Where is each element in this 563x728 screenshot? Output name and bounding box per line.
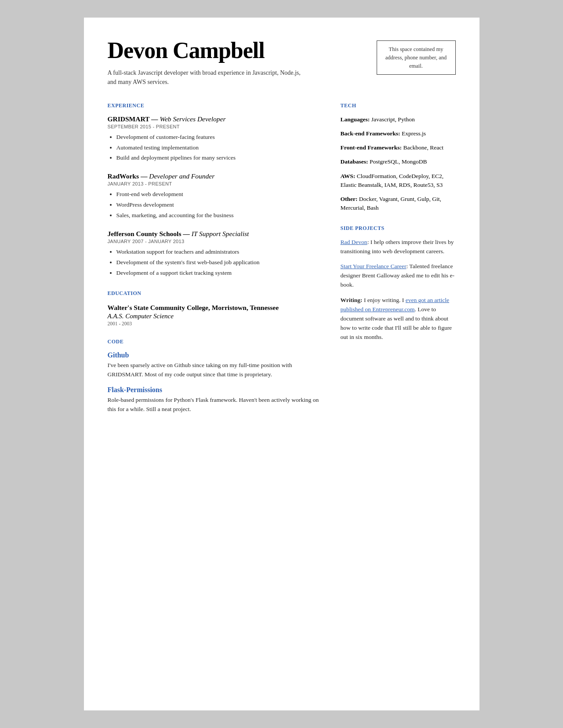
job-jefferson-bullets: Workstation support for teachers and adm… (116, 248, 323, 278)
job-jefferson-dates: JANUARY 2007 - JANUARY 2013 (108, 239, 323, 244)
github-link[interactable]: Github (108, 351, 323, 359)
bullet: Build and deployment pipelines for many … (116, 153, 323, 163)
side-projects-title: SIDE PROJECTS (341, 225, 456, 232)
code-section: CODE Github I've been sparsely active on… (108, 339, 323, 415)
github-desc: I've been sparsely active on Github sinc… (108, 361, 323, 379)
code-project-github: Github I've been sparsely active on Gith… (108, 351, 323, 379)
job-radworks: RadWorks — Developer and Founder JANUARY… (108, 172, 323, 220)
edu-block: Walter's State Community College, Morris… (108, 303, 323, 326)
job-company: Jefferson County Schools (108, 230, 182, 237)
edu-degree: A.A.S. Computer Science (108, 313, 323, 320)
tech-frontend: Front-end Frameworks: Backbone, React (341, 143, 456, 152)
job-role: Developer and Founder (149, 172, 214, 180)
bullet: Development of customer-facing features (116, 133, 323, 142)
writing-label: Writing: (341, 297, 363, 303)
experience-section: EXPERIENCE GRIDSMART — Web Services Deve… (108, 102, 323, 278)
tech-backend: Back-end Frameworks: Express.js (341, 129, 456, 138)
education-section: EDUCATION Walter's State Community Colle… (108, 290, 323, 326)
tech-other: Other: Docker, Vagrant, Grunt, Gulp, Git… (341, 195, 456, 213)
tech-label: Front-end Frameworks: (341, 144, 402, 151)
side-projects-section: SIDE PROJECTS Rad Devon: I help others i… (341, 225, 456, 342)
code-project-flask: Flask-Permissions Role-based permissions… (108, 386, 323, 414)
edu-school: Walter's State Community College, Morris… (108, 303, 323, 313)
job-jefferson-title: Jefferson County Schools — IT Support Sp… (108, 230, 323, 238)
bullet: Sales, marketing, and accounting for the… (116, 211, 323, 220)
code-title: CODE (108, 339, 323, 345)
flask-desc: Role-based permissions for Python's Flas… (108, 396, 323, 414)
job-role: Web Services Developer (160, 115, 225, 123)
experience-title: EXPERIENCE (108, 102, 323, 109)
job-company: GRIDSMART (108, 115, 150, 123)
tech-label: Databases: (341, 158, 368, 165)
bullet: WordPress development (116, 200, 323, 210)
job-gridsmart-title: GRIDSMART — Web Services Developer (108, 115, 323, 123)
edu-dates: 2001 - 2003 (108, 321, 323, 326)
tech-languages: Languages: Javascript, Python (341, 115, 456, 124)
job-gridsmart-bullets: Development of customer-facing features … (116, 133, 323, 163)
header-left: Devon Campbell A full-stack Javascript d… (108, 39, 377, 87)
tech-title: TECH (341, 102, 456, 109)
freelance-link[interactable]: Start Your Freelance Career (341, 263, 407, 269)
job-radworks-dates: JANUARY 2013 - PRESENT (108, 181, 323, 186)
bullet: Automated testing implementation (116, 143, 323, 153)
job-gridsmart: GRIDSMART — Web Services Developer SEPTE… (108, 115, 323, 163)
job-role: IT Support Specialist (192, 230, 249, 237)
job-jefferson: Jefferson County Schools — IT Support Sp… (108, 230, 323, 278)
job-company: RadWorks (108, 172, 139, 180)
rad-devon-link[interactable]: Rad Devon (341, 239, 367, 245)
bullet: Development of the system's first web-ba… (116, 258, 323, 267)
address-box: This space contained my address, phone n… (377, 40, 456, 75)
tech-aws: AWS: CloudFormation, CodeDeploy, EC2, El… (341, 172, 456, 190)
candidate-name: Devon Campbell (108, 39, 377, 63)
job-radworks-bullets: Front-end web development WordPress deve… (116, 190, 323, 220)
education-title: EDUCATION (108, 290, 323, 297)
flask-link[interactable]: Flask-Permissions (108, 386, 323, 394)
side-project-writing: Writing: I enjoy writing. I even got an … (341, 296, 456, 342)
side-project-freelance: Start Your Freelance Career: Talented fr… (341, 262, 456, 290)
bullet: Development of a support ticket tracking… (116, 269, 323, 278)
tech-section: TECH Languages: Javascript, Python Back-… (341, 102, 456, 213)
header: Devon Campbell A full-stack Javascript d… (108, 39, 456, 87)
bullet: Workstation support for teachers and adm… (116, 248, 323, 257)
bullet: Front-end web development (116, 190, 323, 199)
two-col-layout: EXPERIENCE GRIDSMART — Web Services Deve… (108, 102, 456, 427)
right-column: TECH Languages: Javascript, Python Back-… (341, 102, 456, 427)
tech-label: Languages: (341, 116, 370, 123)
job-gridsmart-dates: SEPTEMBER 2015 - PRESENT (108, 124, 323, 129)
tech-label: AWS: (341, 173, 356, 179)
writing-before: I enjoy writing. I (363, 297, 406, 303)
tagline: A full-stack Javascript developer with b… (108, 68, 301, 87)
resume-page: Devon Campbell A full-stack Javascript d… (84, 18, 479, 710)
left-column: EXPERIENCE GRIDSMART — Web Services Deve… (108, 102, 323, 427)
tech-label: Other: (341, 196, 358, 202)
side-project-rad-devon: Rad Devon: I help others improve their l… (341, 238, 456, 256)
tech-label: Back-end Frameworks: (341, 130, 400, 137)
job-radworks-title: RadWorks — Developer and Founder (108, 172, 323, 180)
tech-databases: Databases: PostgreSQL, MongoDB (341, 157, 456, 166)
